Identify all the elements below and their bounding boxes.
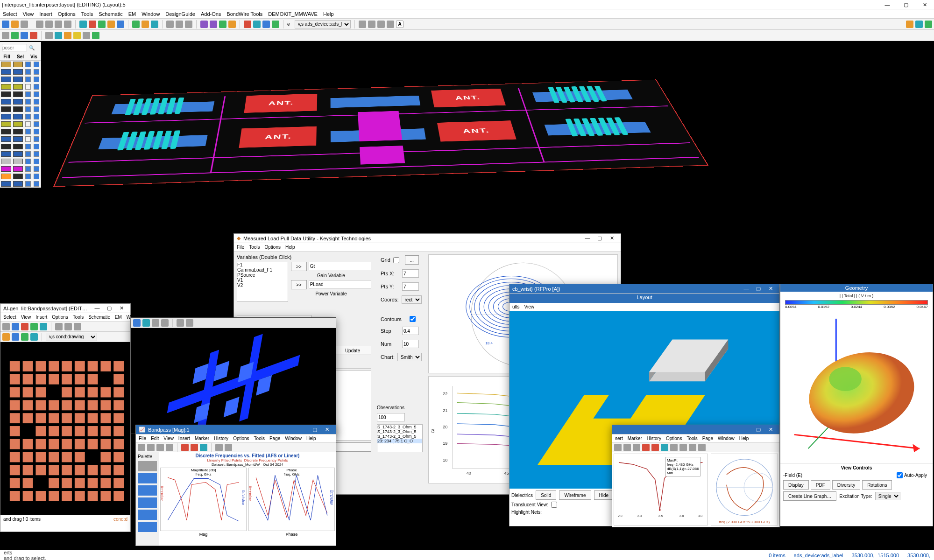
menu-item[interactable]: History (647, 436, 661, 441)
menu-item[interactable]: EM (115, 315, 122, 320)
view-icon[interactable] (161, 319, 169, 327)
menu-item[interactable]: Help (285, 245, 295, 250)
tool-icon[interactable] (2, 333, 10, 341)
select-icon[interactable] (36, 21, 43, 28)
tool-icon[interactable] (679, 444, 687, 451)
layer-vis-checkbox[interactable] (34, 144, 39, 149)
em-icon[interactable] (142, 21, 149, 28)
shape-rect-icon[interactable] (359, 21, 366, 28)
layer-swatch[interactable] (13, 91, 23, 97)
tool-icon[interactable] (219, 21, 226, 28)
layer-sel-checkbox[interactable] (25, 181, 31, 187)
list-plot-icon[interactable] (138, 522, 157, 532)
tool-icon[interactable] (30, 323, 38, 330)
menu-item[interactable]: Options (264, 245, 280, 250)
layer-vis-checkbox[interactable] (34, 129, 39, 134)
layer-sel-checkbox[interactable] (25, 159, 31, 164)
tool-icon[interactable] (83, 32, 90, 39)
tool-icon[interactable] (253, 21, 261, 28)
display-button[interactable]: Display (783, 480, 809, 490)
menu-item[interactable]: Select (3, 9, 17, 18)
tool-icon[interactable] (651, 444, 659, 451)
shape-line-icon[interactable] (387, 21, 394, 28)
menu-item[interactable]: Insert (35, 315, 47, 320)
cube-icon[interactable] (185, 21, 192, 28)
tool-icon[interactable] (906, 21, 913, 28)
layer-swatch[interactable] (13, 129, 23, 134)
tool-icon[interactable] (181, 444, 189, 451)
tool-icon[interactable] (30, 333, 38, 341)
tool-icon[interactable] (642, 444, 650, 451)
menu-item[interactable]: Page (269, 436, 280, 441)
layer-swatch[interactable] (1, 159, 11, 164)
step-input[interactable] (402, 327, 419, 335)
tool-icon[interactable] (191, 444, 198, 451)
tool-icon[interactable] (30, 32, 37, 39)
layer-sel-checkbox[interactable] (25, 114, 31, 119)
layer-vis-checkbox[interactable] (34, 121, 39, 127)
layer-swatch[interactable] (13, 77, 23, 82)
close-button[interactable]: ✕ (321, 427, 333, 433)
layer-swatch[interactable] (13, 114, 23, 119)
rotate-icon[interactable] (55, 21, 62, 28)
pick-power-button[interactable]: >> (291, 280, 307, 289)
layer-swatch[interactable] (1, 62, 11, 67)
tool-icon[interactable] (45, 32, 53, 39)
menu-item[interactable]: View (163, 436, 174, 441)
wireframe-button[interactable]: Wireframe (559, 490, 591, 500)
orbit-icon[interactable] (177, 319, 184, 327)
close-button[interactable]: ✕ (764, 427, 777, 433)
layer-sel-checkbox[interactable] (25, 106, 31, 112)
tool-icon[interactable] (138, 444, 145, 451)
layer-search-input[interactable] (2, 44, 27, 51)
maximize-button[interactable]: ▢ (309, 427, 321, 433)
cube-icon[interactable] (176, 21, 183, 28)
layer-vis-checkbox[interactable] (34, 136, 39, 142)
layer-row[interactable] (0, 150, 41, 158)
menu-item[interactable]: Tools (81, 9, 93, 18)
port-icon[interactable]: ⊙─ (287, 21, 293, 27)
cursor-icon[interactable] (138, 461, 157, 471)
layer-vis-checkbox[interactable] (34, 166, 39, 172)
layer-row[interactable] (0, 83, 41, 91)
layer-swatch[interactable] (13, 69, 23, 75)
layer-sel-checkbox[interactable] (25, 91, 31, 97)
minimize-button[interactable]: — (740, 427, 752, 432)
em-icon[interactable] (132, 21, 140, 28)
shape-circle-icon[interactable] (377, 21, 385, 28)
tool-icon[interactable] (215, 444, 223, 451)
tool-icon[interactable] (925, 21, 932, 28)
layer-swatch[interactable] (1, 91, 11, 97)
layer-swatch[interactable] (1, 151, 11, 157)
layer-row[interactable] (0, 91, 41, 98)
layer-swatch[interactable] (1, 136, 11, 142)
gain-variable-input[interactable] (309, 262, 371, 270)
layer-swatch[interactable] (1, 129, 11, 134)
view-icon[interactable] (133, 319, 141, 327)
layout-3d-view[interactable]: ANT. ANT. ANT. ANT. (41, 42, 934, 219)
pick-gain-button[interactable]: >> (291, 262, 307, 271)
layer-vis-checkbox[interactable] (34, 151, 39, 157)
solid-button[interactable]: Solid (536, 490, 556, 500)
layer-sel-checkbox[interactable] (25, 166, 31, 172)
menu-item[interactable]: Help (739, 436, 749, 441)
autoapply-checkbox[interactable] (897, 472, 903, 478)
hide-button[interactable]: Hide (594, 490, 614, 500)
menu-item[interactable]: Tools (686, 436, 697, 441)
layer-swatch[interactable] (1, 166, 11, 172)
tool-icon[interactable] (225, 444, 232, 451)
layer-sel-checkbox[interactable] (25, 151, 31, 157)
tool-icon[interactable] (64, 323, 72, 330)
layer-vis-checkbox[interactable] (34, 174, 39, 179)
tool-icon[interactable] (40, 323, 47, 330)
layer-sel-checkbox[interactable] (25, 69, 31, 75)
layer-sel-checkbox[interactable] (25, 136, 31, 142)
layer-swatch[interactable] (13, 159, 23, 164)
tool-icon[interactable] (79, 21, 87, 28)
layer-vis-checkbox[interactable] (34, 106, 39, 112)
sweep-list[interactable]: S_1743-2_3_Ohm_5 S_1743-2_3_Ohm_5 S_1743… (377, 424, 423, 452)
layer-row[interactable] (0, 165, 41, 173)
layer-swatch[interactable] (1, 106, 11, 112)
menu-item[interactable]: ults (512, 304, 520, 309)
layer-combo[interactable]: v,s ads_device::ads_labe (295, 20, 351, 28)
